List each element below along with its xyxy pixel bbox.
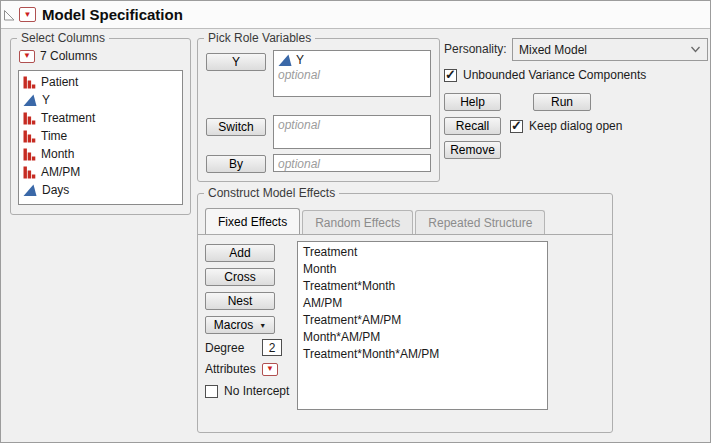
attributes-red-triangle-button[interactable]: ▼ <box>262 363 278 376</box>
no-intercept-checkbox[interactable] <box>205 385 218 398</box>
keep-dialog-open-option[interactable]: Keep dialog open <box>510 119 622 133</box>
effects-tabstrip: Fixed Effects Random Effects Repeated St… <box>198 209 612 235</box>
switch-role-button[interactable]: Switch <box>206 118 266 136</box>
attributes-row: Attributes ▼ <box>205 362 278 376</box>
pick-role-variables-group: Pick Role Variables Y Y optional Switch … <box>197 38 440 182</box>
select-columns-group: Select Columns ▼ 7 Columns Patient Y Tre… <box>10 38 191 215</box>
effect-item[interactable]: Month <box>303 261 542 278</box>
tab-random-effects[interactable]: Random Effects <box>302 210 413 234</box>
pick-roles-legend: Pick Role Variables <box>204 31 315 46</box>
nominal-icon <box>23 165 36 179</box>
model-effects-list: Treatment Month Treatment*Month AM/PM Tr… <box>297 241 548 410</box>
chevron-down-icon <box>690 46 701 53</box>
unbounded-variance-checkbox[interactable] <box>444 69 457 82</box>
help-button[interactable]: Help <box>444 93 501 111</box>
nominal-icon <box>23 129 36 143</box>
column-item[interactable]: Y <box>19 91 182 109</box>
unbounded-variance-option[interactable]: Unbounded Variance Components <box>444 68 646 82</box>
run-button[interactable]: Run <box>533 93 591 111</box>
red-triangle-icon: ▼ <box>266 365 274 373</box>
remove-button[interactable]: Remove <box>444 141 501 159</box>
columns-red-triangle-button[interactable]: ▼ <box>19 50 35 63</box>
by-role-box[interactable]: optional <box>273 154 431 172</box>
page-title: Model Specification <box>42 6 183 23</box>
optional-placeholder: optional <box>278 157 320 171</box>
construct-model-effects-group: Construct Model Effects Fixed Effects Ra… <box>197 193 613 433</box>
add-effect-button[interactable]: Add <box>205 244 275 262</box>
columns-count-label: 7 Columns <box>40 49 97 63</box>
effect-item[interactable]: Treatment*AM/PM <box>303 312 542 329</box>
column-item[interactable]: Treatment <box>19 109 182 127</box>
continuous-icon <box>23 183 37 197</box>
nominal-icon <box>23 111 36 125</box>
red-triangle-menu-button[interactable]: ▼ <box>19 7 36 22</box>
effect-item[interactable]: Month*AM/PM <box>303 329 542 346</box>
tab-repeated-structure[interactable]: Repeated Structure <box>415 210 545 234</box>
tab-fixed-effects[interactable]: Fixed Effects <box>205 208 300 234</box>
red-triangle-icon: ▼ <box>23 52 31 60</box>
personality-value: Mixed Model <box>519 43 690 57</box>
column-item[interactable]: Time <box>19 127 182 145</box>
select-columns-legend: Select Columns <box>17 31 109 46</box>
continuous-icon <box>278 53 292 67</box>
degree-input[interactable]: 2 <box>262 339 282 356</box>
effect-item[interactable]: Treatment*Month <box>303 278 542 295</box>
attributes-label: Attributes <box>205 362 255 376</box>
columns-header: ▼ 7 Columns <box>19 49 97 63</box>
personality-dropdown[interactable]: Mixed Model <box>512 38 708 61</box>
macros-menu-button[interactable]: Macros ▼ <box>205 316 275 334</box>
optional-placeholder: optional <box>278 68 320 82</box>
column-item[interactable]: Month <box>19 145 182 163</box>
switch-role-box[interactable]: optional <box>273 115 431 149</box>
columns-list: Patient Y Treatment Time Month AM/PM <box>18 70 183 205</box>
nominal-icon <box>23 75 36 89</box>
unbounded-variance-label: Unbounded Variance Components <box>463 68 646 82</box>
nominal-icon <box>23 147 36 161</box>
optional-placeholder: optional <box>278 118 320 132</box>
degree-label: Degree <box>205 341 255 355</box>
model-effects-legend: Construct Model Effects <box>204 186 339 201</box>
effect-item[interactable]: AM/PM <box>303 295 542 312</box>
model-specification-dialog: ▼ Model Specification Select Columns ▼ 7… <box>0 0 711 443</box>
no-intercept-label: No Intercept <box>224 384 289 398</box>
red-triangle-icon: ▼ <box>24 11 32 19</box>
by-role-button[interactable]: By <box>206 155 266 173</box>
personality-label: Personality: <box>444 42 507 56</box>
recall-button[interactable]: Recall <box>444 117 501 135</box>
effect-item[interactable]: Treatment*Month*AM/PM <box>303 346 542 363</box>
effect-item[interactable]: Treatment <box>303 244 542 261</box>
y-assigned-variable[interactable]: Y <box>278 52 426 67</box>
y-role-button[interactable]: Y <box>206 53 266 71</box>
continuous-icon <box>23 93 37 107</box>
keep-dialog-open-label: Keep dialog open <box>529 119 622 133</box>
no-intercept-option[interactable]: No Intercept <box>205 384 289 398</box>
column-item[interactable]: AM/PM <box>19 163 182 181</box>
degree-row: Degree 2 <box>205 339 282 356</box>
y-role-box[interactable]: Y optional <box>273 50 431 97</box>
outline-title-bar: ▼ Model Specification <box>1 1 710 29</box>
triangle-down-icon: ▼ <box>259 322 266 329</box>
column-item[interactable]: Days <box>19 181 182 199</box>
keep-dialog-open-checkbox[interactable] <box>510 120 523 133</box>
cross-effect-button[interactable]: Cross <box>205 268 275 286</box>
nest-effect-button[interactable]: Nest <box>205 292 275 310</box>
column-item[interactable]: Patient <box>19 73 182 91</box>
disclosure-triangle-icon[interactable] <box>3 8 16 22</box>
